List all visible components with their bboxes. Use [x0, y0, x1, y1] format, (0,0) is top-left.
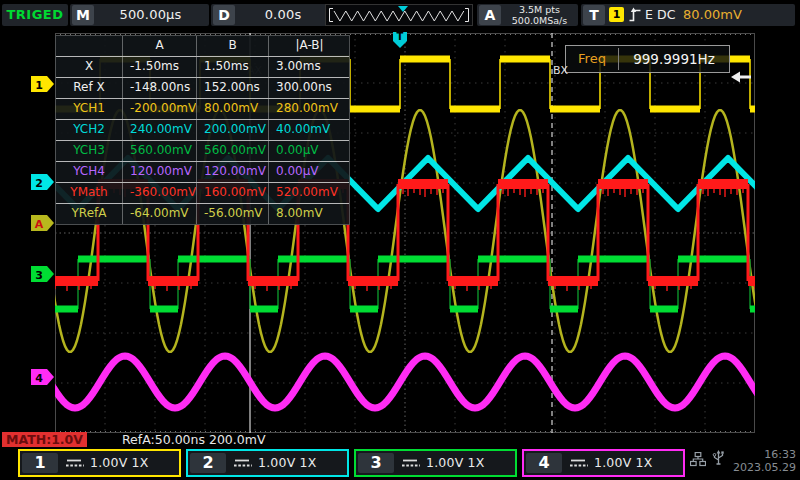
cursor-table-cell: 560.00mV	[197, 141, 269, 161]
trigger-level-arrow[interactable]	[731, 71, 751, 83]
cursor-table-header-cell: |A-B|	[269, 36, 350, 56]
cursor-table-cell: 560.00mV	[123, 141, 197, 161]
cursor-table-cell: -148.00ns	[123, 78, 197, 98]
cursor-table-cell: -56.00mV	[197, 204, 269, 224]
rising-edge-icon	[629, 7, 641, 23]
math-scale-label[interactable]: MATH:1.0V	[2, 432, 87, 447]
dc-coupling-icon	[570, 459, 588, 467]
timebase-readout[interactable]: M 500.00μs	[70, 4, 209, 26]
cursor-table-row: YMath-360.00mV160.00mV520.00mV	[56, 183, 349, 204]
channel-box-4[interactable]: 4 1.00V 1X	[522, 449, 685, 477]
trigger-source-chip: 1	[609, 7, 624, 22]
cursor-table-cell: 240.00mV	[123, 120, 197, 140]
cursor-table-cell: 40.00mV	[269, 120, 350, 140]
waveform-preview[interactable]	[325, 4, 473, 26]
cursor-table-row: Ref X-148.00ns152.00ns300.00ns	[56, 78, 349, 99]
cursor-table-cell: YCH3	[56, 141, 123, 161]
svg-text:2: 2	[35, 177, 43, 190]
cursor-table-cell: 300.00ns	[269, 78, 350, 98]
position-marker-a[interactable]: A	[31, 215, 55, 231]
trigger-type: E	[645, 4, 653, 26]
freq-label: Freq	[566, 46, 618, 72]
acquire-badge: A	[479, 5, 501, 25]
cursor-table-cell: -1.50ms	[123, 57, 197, 77]
cursor-table-cell: Ref X	[56, 78, 123, 98]
cursor-table-cell: 0.00μV	[269, 141, 350, 161]
cursor-table-cell: 80.00mV	[197, 99, 269, 119]
network-icon	[690, 452, 706, 467]
freq-counter: Freq 999.9991Hz	[565, 45, 730, 73]
channel-box-3[interactable]: 3 1.00V 1X	[354, 449, 517, 477]
cursor-table-cell: 3.00ms	[269, 57, 350, 77]
channel-position-markers: 12A34	[0, 0, 55, 480]
oscilloscope-screen: TRIGED M 500.00μs D 0.00s A 3.5M pts 500…	[0, 0, 800, 480]
acquire-readout[interactable]: A 3.5M pts 500.0MSa/s	[477, 4, 578, 26]
cursor-table-cell: 120.00mV	[123, 162, 197, 182]
cursor-table-cell: 120.00mV	[197, 162, 269, 182]
svg-text:A: A	[35, 218, 44, 231]
cursor-table-row: YRefA-64.00mV-56.00mV8.00mV	[56, 204, 349, 224]
trigger-level-value: 80.00mV	[683, 4, 742, 26]
cursor-table-header-cell	[56, 36, 123, 56]
cursor-table-row: YCH4120.00mV120.00mV0.00μV	[56, 162, 349, 183]
clock: 16:33 2023.05.29	[728, 448, 796, 474]
cursor-table-cell: 1.50ms	[197, 57, 269, 77]
dc-coupling-icon	[402, 459, 420, 467]
timebase-value: 500.00μs	[94, 4, 207, 26]
usb-icon	[712, 450, 725, 468]
preview-trigger-marker	[398, 6, 408, 12]
cursor-table-cell: 520.00mV	[269, 183, 350, 203]
clock-time: 16:33	[728, 448, 796, 461]
delay-badge: D	[213, 5, 235, 25]
freq-value: 999.9991Hz	[619, 46, 729, 72]
waveform-preview-graphic	[326, 5, 472, 25]
timebase-badge: M	[72, 5, 94, 25]
channel-number: 1	[22, 453, 58, 473]
trigger-position-marker[interactable]: T	[392, 32, 408, 50]
cursor-table-cell: YCH4	[56, 162, 123, 182]
acquire-points: 3.5M pts	[503, 5, 576, 16]
channel-setting: 1.00V 1X	[426, 451, 484, 475]
refa-scale-label: RefA:50.00ns 200.0mV	[122, 432, 265, 447]
channel-setting: 1.00V 1X	[258, 451, 316, 475]
channel-number: 4	[526, 453, 562, 473]
cursor-table-cell: YCH2	[56, 120, 123, 140]
dc-coupling-icon	[66, 459, 84, 467]
position-marker-1[interactable]: 1	[31, 76, 55, 92]
cursor-table-header-cell: A	[123, 36, 197, 56]
cursor-table-cell: 160.00mV	[197, 183, 269, 203]
cursor-table-cell: X	[56, 57, 123, 77]
sample-rate: 500.0MSa/s	[503, 16, 576, 27]
cursor-table-cell: -200.00mV	[123, 99, 197, 119]
position-marker-3[interactable]: 3	[31, 266, 55, 282]
cursor-table-row: YCH3560.00mV560.00mV0.00μV	[56, 141, 349, 162]
position-marker-4[interactable]: 4	[31, 369, 55, 385]
position-marker-2[interactable]: 2	[31, 174, 55, 190]
trigger-badge: T	[583, 5, 605, 25]
delay-value: 0.00s	[235, 4, 331, 26]
channel-number: 2	[190, 453, 226, 473]
trigger-coupling: DC	[657, 4, 675, 26]
cursor-table-header: AB|A-B|	[56, 36, 349, 57]
clock-date: 2023.05.29	[728, 461, 796, 474]
channel-setting: 1.00V 1X	[594, 451, 652, 475]
delay-readout[interactable]: D 0.00s	[211, 4, 333, 26]
cursor-b-label: BX	[553, 64, 568, 77]
ch4-sine-trace	[55, 356, 755, 408]
cursor-table-row: X-1.50ms1.50ms3.00ms	[56, 57, 349, 78]
cursor-table-cell: -64.00mV	[123, 204, 197, 224]
trigger-readout[interactable]: T 1 E DC 80.00mV	[581, 4, 795, 26]
cursor-table-cell: 200.00mV	[197, 120, 269, 140]
channel-box-1[interactable]: 1 1.00V 1X	[18, 449, 181, 477]
cursor-table-row: YCH2240.00mV200.00mV40.00mV	[56, 120, 349, 141]
svg-text:3: 3	[35, 269, 43, 282]
cursor-table-cell: 8.00mV	[269, 204, 350, 224]
dc-coupling-icon	[234, 459, 252, 467]
cursor-table-cell: YMath	[56, 183, 123, 203]
cursor-table-cell: -360.00mV	[123, 183, 197, 203]
cursor-table-cell: YRefA	[56, 204, 123, 224]
channel-number: 3	[358, 453, 394, 473]
cursor-table-cell: 0.00μV	[269, 162, 350, 182]
svg-text:T: T	[397, 32, 404, 42]
channel-box-2[interactable]: 2 1.00V 1X	[186, 449, 349, 477]
